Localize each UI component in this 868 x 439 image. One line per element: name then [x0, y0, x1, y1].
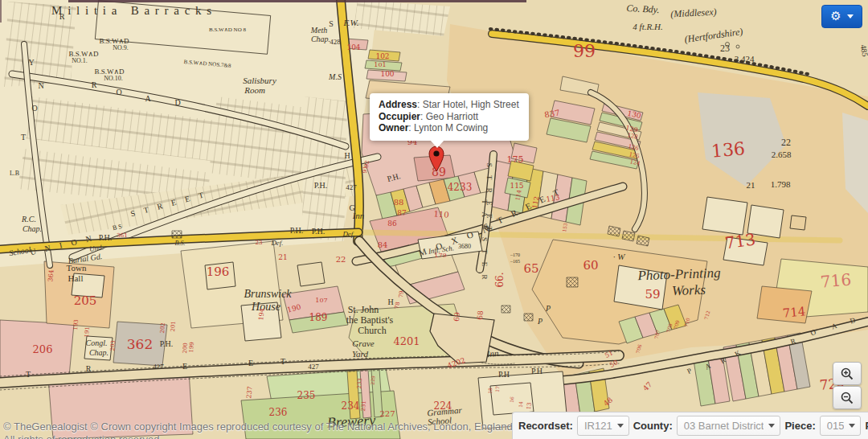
piece-select[interactable]: 015 — [820, 416, 862, 436]
settings-dropdown-button[interactable]: ⚙ — [821, 5, 862, 28]
recordset-select[interactable]: IR121 — [577, 416, 629, 436]
popup-arrow — [430, 140, 444, 148]
popup-separator: : — [408, 122, 414, 133]
copyright-overlay: © TheGenealogist © Crown copyright Image… — [3, 421, 513, 439]
caret-down-icon — [849, 424, 855, 428]
county-select[interactable]: 03 Barnet District — [677, 416, 781, 436]
popup-separator: : — [420, 111, 426, 122]
popup-occupier-row: Occupier: Geo Harriott — [379, 111, 519, 123]
chevron-down-icon — [847, 14, 854, 18]
popup-separator: : — [417, 99, 423, 110]
magnifier-minus-icon — [840, 391, 854, 405]
gear-icon: ⚙ — [830, 10, 841, 23]
popup-occupier-value: Geo Harriott — [426, 111, 478, 122]
piece-value: 015 — [827, 420, 845, 432]
recordset-label: Recordset: — [518, 420, 573, 432]
popup-address-row: Address: Star Hotel, High Street — [379, 99, 519, 111]
copyright-line1: © TheGenealogist © Crown copyright Image… — [3, 421, 513, 433]
map-artwork — [0, 0, 868, 439]
copyright-line2: All rights of reproduction reserved — [3, 433, 513, 439]
map-viewer: Militia BarracksB.S.W∧DNO.9.B.S.W∧DNO.1.… — [0, 0, 868, 439]
record-popup: Address: Star Hotel, High Street Occupie… — [370, 93, 529, 141]
popup-owner-label: Owner — [379, 122, 408, 133]
zoom-in-button[interactable] — [833, 362, 862, 385]
county-value: 03 Barnet District — [684, 420, 764, 432]
county-label: County: — [633, 420, 673, 432]
map-pin[interactable] — [428, 145, 445, 172]
recordset-value: IR121 — [584, 420, 612, 432]
magnifier-plus-icon — [840, 367, 854, 381]
pin-icon — [428, 145, 445, 172]
popup-address-value: Star Hotel, High Street — [423, 99, 519, 110]
popup-owner-value: Lynton M Cowing — [414, 122, 488, 133]
page-label: Page: — [865, 420, 868, 432]
popup-address-label: Address — [379, 99, 417, 110]
zoom-out-button[interactable] — [833, 386, 862, 409]
caret-down-icon — [617, 424, 624, 428]
popup-owner-row: Owner: Lynton M Cowing — [379, 122, 519, 134]
piece-label: Piece: — [784, 420, 815, 432]
zoom-controls — [833, 362, 862, 409]
caret-down-icon — [768, 424, 775, 428]
record-toolbar: Recordset: IR121 County: 03 Barnet Distr… — [512, 412, 868, 439]
popup-occupier-label: Occupier — [379, 111, 420, 122]
